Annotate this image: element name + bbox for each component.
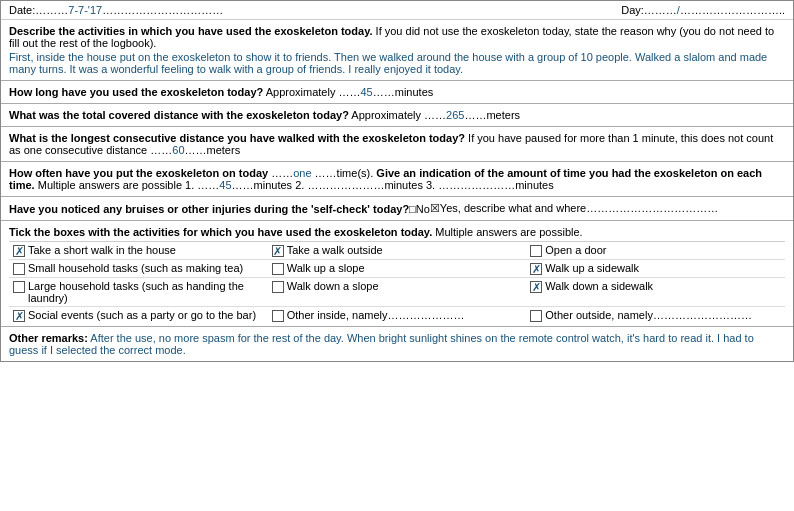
activity-cell: Open a door: [526, 242, 785, 260]
activity-cell: Large household tasks (such as handing t…: [9, 278, 268, 307]
date-field: Date:………7-7-'17……………………………: [9, 4, 223, 16]
activity-item: Other outside, namely………………………: [530, 309, 781, 322]
unchecked-checkbox[interactable]: [13, 263, 25, 275]
section1-answer: First, inside the house put on the exosk…: [9, 51, 785, 75]
activity-cell: Other inside, namely…………………: [268, 307, 527, 325]
activity-label: Social events (such as a party or go to …: [28, 309, 256, 321]
activity-label: Small household tasks (such as making te…: [28, 262, 243, 274]
activity-label: Walk up a sidewalk: [545, 262, 639, 274]
activity-item: Small household tasks (such as making te…: [13, 262, 264, 275]
unchecked-checkbox[interactable]: [272, 310, 284, 322]
section-bruises: Have you noticed any bruises or other in…: [1, 197, 793, 221]
checked-checkbox[interactable]: [530, 263, 542, 275]
checked-checkbox[interactable]: [13, 245, 25, 257]
activity-cell: Social events (such as a party or go to …: [9, 307, 268, 325]
checked-checkbox[interactable]: [13, 310, 25, 322]
activity-item: Walk up a sidewalk: [530, 262, 781, 275]
logbook-page: Date:………7-7-'17…………………………… Day:………/………………: [0, 0, 794, 362]
activity-cell: Walk up a slope: [268, 260, 527, 278]
unchecked-checkbox[interactable]: [530, 310, 542, 322]
activity-cell: Walk down a slope: [268, 278, 527, 307]
activity-cell: Small household tasks (such as making te…: [9, 260, 268, 278]
activity-item: Walk down a sidewalk: [530, 280, 781, 293]
checked-checkbox[interactable]: [530, 281, 542, 293]
activity-item: Large household tasks (such as handing t…: [13, 280, 264, 304]
activity-label: Take a walk outside: [287, 244, 383, 256]
activity-label: Walk down a slope: [287, 280, 379, 292]
section1-question: Describe the activities in which you hav…: [9, 25, 785, 49]
unchecked-checkbox[interactable]: [13, 281, 25, 293]
activity-item: Social events (such as a party or go to …: [13, 309, 264, 322]
activity-label: Large household tasks (such as handing t…: [28, 280, 264, 304]
unchecked-checkbox[interactable]: [272, 281, 284, 293]
unchecked-checkbox[interactable]: [272, 263, 284, 275]
activity-item: Open a door: [530, 244, 781, 257]
activities-table: Take a short walk in the houseTake a wal…: [9, 241, 785, 324]
checked-checkbox[interactable]: [272, 245, 284, 257]
activity-item: Take a short walk in the house: [13, 244, 264, 257]
section-how-often: How often have you put the exoskeleton o…: [1, 162, 793, 197]
activity-cell: Other outside, namely………………………: [526, 307, 785, 325]
activity-item: Take a walk outside: [272, 244, 523, 257]
activity-label: Open a door: [545, 244, 606, 256]
activity-cell: Walk down a sidewalk: [526, 278, 785, 307]
activity-label: Other inside, namely…………………: [287, 309, 465, 321]
activity-label: Take a short walk in the house: [28, 244, 176, 256]
unchecked-checkbox[interactable]: [530, 245, 542, 257]
section-how-long: How long have you used the exoskeleton t…: [1, 81, 793, 104]
activity-item: Other inside, namely…………………: [272, 309, 523, 322]
activity-cell: Take a short walk in the house: [9, 242, 268, 260]
activity-label: Other outside, namely………………………: [545, 309, 752, 321]
section-describe-activities: Describe the activities in which you hav…: [1, 20, 793, 81]
activity-item: Walk down a slope: [272, 280, 523, 293]
day-field: Day:………/………………………..: [621, 4, 785, 16]
section-distance: What was the total covered distance with…: [1, 104, 793, 127]
section-longest-consecutive: What is the longest consecutive distance…: [1, 127, 793, 162]
activity-item: Walk up a slope: [272, 262, 523, 275]
header-row: Date:………7-7-'17…………………………… Day:………/………………: [1, 1, 793, 20]
remarks-section: Other remarks: After the use, no more sp…: [1, 327, 793, 361]
activity-cell: Take a walk outside: [268, 242, 527, 260]
activity-cell: Walk up a sidewalk: [526, 260, 785, 278]
section-activities-header: Tick the boxes with the activities for w…: [1, 221, 793, 327]
activity-label: Walk down a sidewalk: [545, 280, 653, 292]
activity-label: Walk up a slope: [287, 262, 365, 274]
